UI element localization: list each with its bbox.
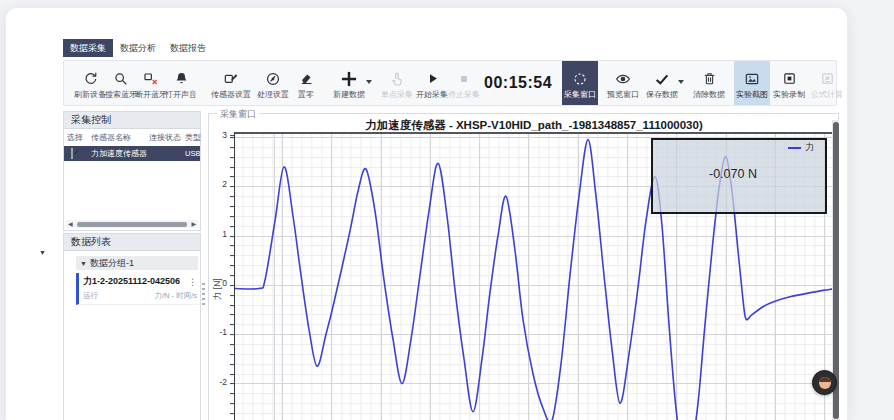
chart-plot-area[interactable]: -0.070 N 力 xyxy=(234,132,835,420)
chart-title: 力加速度传感器 - XHSP-V10HID_path_-1981348857_1… xyxy=(234,118,834,133)
sidebar-collapse-arrow-icon[interactable]: ▼ xyxy=(39,249,46,256)
search-bluetooth-button[interactable]: 搜索蓝牙 xyxy=(106,61,136,105)
y-axis-label: 力 [N] xyxy=(212,278,224,300)
data-list-panel: 数据列表 ▼数据分组-1 力1-2-20251112-042506 ⋮ 运行 力… xyxy=(63,233,201,420)
experiment-screenshot-button[interactable]: 实验截图 xyxy=(734,61,770,105)
column-select: 选择 xyxy=(67,132,91,143)
dashed-circle-icon xyxy=(572,68,588,90)
bell-icon xyxy=(174,68,189,90)
sensor-checkbox[interactable] xyxy=(71,148,73,159)
eye-icon xyxy=(615,68,631,90)
formula-icon xyxy=(820,68,835,90)
data-list-item[interactable]: 力1-2-20251112-042506 ⋮ 运行 力/N - 时间/s xyxy=(76,273,199,305)
save-data-dropdown-caret[interactable] xyxy=(678,80,684,84)
new-data-button[interactable]: 新建数据 xyxy=(328,61,370,105)
sensor-type: USB xyxy=(185,149,203,158)
screen: { "tabs": [ {"label": "数据采集", "active": … xyxy=(0,0,894,420)
chart-legend: 力 xyxy=(788,141,814,154)
stop-acquire-button[interactable]: 停止采集 xyxy=(448,61,480,105)
data-group-row[interactable]: ▼数据分组-1 xyxy=(76,256,198,270)
tab-data-acquisition[interactable]: 数据采集 xyxy=(63,39,113,57)
sound-on-button[interactable]: 打开声音 xyxy=(166,61,196,105)
tab-data-report[interactable]: 数据报告 xyxy=(163,39,213,57)
assistant-avatar-button[interactable] xyxy=(812,370,837,395)
scroll-right-arrow-icon[interactable]: ▶ xyxy=(189,220,198,228)
save-data-button[interactable]: 保存数据 xyxy=(642,61,682,105)
refresh-icon xyxy=(82,68,98,90)
bluetooth-off-icon xyxy=(143,68,159,90)
data-item-title: 力1-2-20251112-042506 xyxy=(83,275,180,288)
avatar-icon xyxy=(819,377,831,389)
column-connection-status: 连接状态 xyxy=(149,132,185,143)
legend-label: 力 xyxy=(805,141,814,154)
refresh-device-button[interactable]: 刷新设备 xyxy=(74,61,106,105)
gauge-icon xyxy=(265,68,281,90)
tab-data-analysis[interactable]: 数据分析 xyxy=(113,39,163,57)
y-axis-ticks: 3210-1-2 xyxy=(209,132,228,420)
acquisition-window-groupbox: 采集窗口 力加速度传感器 - XHSP-V10HID_path_-1981348… xyxy=(208,113,839,420)
force-reading-annotation: -0.070 N xyxy=(709,167,757,181)
data-list-header: 数据列表 xyxy=(64,234,200,251)
main-tab-bar: 数据采集 数据分析 数据报告 xyxy=(63,39,213,57)
acquisition-timer: 00:15:54 xyxy=(484,74,552,92)
zero-button[interactable]: 置零 xyxy=(292,61,320,105)
y-tick-label: 2 xyxy=(208,179,227,189)
process-settings-button[interactable]: 处理设置 xyxy=(254,61,292,105)
acquisition-control-header: 采集控制 xyxy=(64,112,200,129)
y-tick-label: -1 xyxy=(208,327,227,337)
new-data-dropdown-caret[interactable] xyxy=(366,80,372,84)
disconnect-bluetooth-button[interactable]: 断开蓝牙 xyxy=(136,61,166,105)
single-point-acquire-button[interactable]: 单点采集 xyxy=(378,61,416,105)
touch-icon xyxy=(389,68,405,90)
sensor-table-row[interactable]: 力加速度传感器 USB xyxy=(64,146,200,161)
scroll-left-arrow-icon[interactable]: ◀ xyxy=(66,220,75,228)
eraser-icon xyxy=(299,68,314,90)
group-expand-caret-icon[interactable]: ▼ xyxy=(80,260,87,267)
search-icon xyxy=(113,68,129,90)
sensor-settings-icon xyxy=(223,68,239,90)
trash-icon xyxy=(702,68,717,90)
record-icon xyxy=(782,68,797,90)
data-item-axes: 力/N - 时间/s xyxy=(155,291,198,301)
legend-line-swatch-icon xyxy=(788,147,801,149)
experiment-record-button[interactable]: 实验录制 xyxy=(770,61,808,105)
app-window: 数据采集 数据分析 数据报告 刷新设备 搜索蓝牙 断开蓝牙 xyxy=(5,7,848,420)
check-icon xyxy=(654,68,670,90)
y-tick-label: -2 xyxy=(208,377,227,387)
sensor-table-header: 选择 传感器名称 连接状态 类型 xyxy=(64,129,200,146)
scrollbar-thumb[interactable] xyxy=(77,222,188,227)
acquisition-window-button[interactable]: 采集窗口 xyxy=(562,61,598,105)
formula-calc-button[interactable]: 公式计算 xyxy=(808,61,846,105)
horizontal-scrollbar[interactable]: ◀ ▶ xyxy=(66,220,198,228)
toolbar: 刷新设备 搜索蓝牙 断开蓝牙 打开声音 传感器设置 xyxy=(63,60,837,106)
stop-icon xyxy=(457,68,471,90)
y-tick-label: 1 xyxy=(208,229,227,239)
play-icon xyxy=(425,68,440,90)
sensor-name: 力加速度传感器 xyxy=(91,148,149,159)
start-acquire-button[interactable]: 开始采集 xyxy=(416,61,448,105)
preview-window-button[interactable]: 预览窗口 xyxy=(604,61,642,105)
item-menu-icon[interactable]: ⋮ xyxy=(188,277,197,287)
y-tick-label: 3 xyxy=(208,130,227,140)
clear-data-button[interactable]: 清除数据 xyxy=(690,61,728,105)
snapshot-icon xyxy=(744,68,760,90)
column-sensor-name: 传感器名称 xyxy=(91,132,149,143)
sensor-settings-button[interactable]: 传感器设置 xyxy=(208,61,254,105)
column-type: 类型 xyxy=(185,132,203,143)
data-item-state: 运行 xyxy=(83,291,98,301)
acquisition-control-panel: 采集控制 选择 传感器名称 连接状态 类型 力加速度传感器 USB ◀ ▶ xyxy=(63,111,201,231)
sidebar-splitter-handle[interactable] xyxy=(202,283,205,305)
plus-icon xyxy=(339,68,359,90)
